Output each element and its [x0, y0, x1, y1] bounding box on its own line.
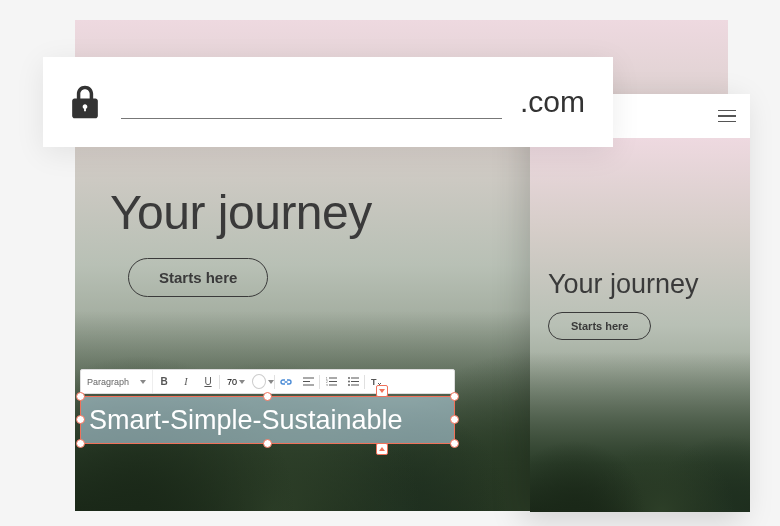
chevron-down-icon: [239, 380, 245, 384]
text-selection-box[interactable]: Smart-Simple-Sustainable: [80, 396, 455, 444]
underline-button[interactable]: U: [197, 370, 219, 393]
resize-handle-tl[interactable]: [76, 392, 85, 401]
address-bar-card: .com: [43, 57, 613, 147]
resize-handle-bm[interactable]: [263, 439, 272, 448]
resize-handle-mr[interactable]: [450, 415, 459, 424]
hero-title: Your journey: [110, 185, 372, 240]
chevron-down-icon: [140, 380, 146, 384]
resize-handle-bl[interactable]: [76, 439, 85, 448]
tld-text: .com: [520, 85, 585, 119]
svg-point-5: [348, 384, 350, 386]
lock-icon: [71, 85, 121, 119]
align-button[interactable]: [297, 370, 319, 393]
mobile-hero: Your journey Starts here: [548, 268, 699, 340]
hamburger-icon[interactable]: [718, 110, 736, 123]
ordered-list-icon: 123: [326, 377, 337, 386]
hero-cta-button[interactable]: Starts here: [128, 258, 268, 297]
format-select[interactable]: Paragraph: [81, 370, 153, 393]
svg-text:3: 3: [326, 384, 328, 387]
hero: Your journey Starts here: [110, 185, 372, 297]
mobile-hero-cta-button[interactable]: Starts here: [548, 312, 651, 340]
url-input[interactable]: [121, 85, 502, 119]
resize-handle-br[interactable]: [450, 439, 459, 448]
link-button[interactable]: [275, 370, 297, 393]
text-editor-toolbar: Paragraph B I U 70 123 T: [80, 369, 455, 394]
selected-text[interactable]: Smart-Simple-Sustainable: [89, 405, 403, 436]
align-left-icon: [303, 377, 314, 386]
padding-marker-bottom[interactable]: [376, 443, 388, 455]
mobile-preview: Your journey Starts here: [530, 94, 750, 512]
font-size-value: 70: [227, 377, 237, 387]
resize-handle-ml[interactable]: [76, 415, 85, 424]
padding-marker-top[interactable]: [376, 385, 388, 397]
format-select-label: Paragraph: [87, 377, 129, 387]
unordered-list-button[interactable]: [342, 370, 364, 393]
resize-handle-tm[interactable]: [263, 392, 272, 401]
svg-point-3: [348, 377, 350, 379]
link-icon: [280, 377, 292, 387]
resize-handle-tr[interactable]: [450, 392, 459, 401]
font-size-select[interactable]: 70: [220, 370, 252, 393]
svg-point-4: [348, 381, 350, 383]
bold-button[interactable]: B: [153, 370, 175, 393]
color-swatch-icon: [252, 374, 266, 389]
mobile-hero-title: Your journey: [548, 268, 699, 300]
mobile-hero-bg: Your journey Starts here: [530, 138, 750, 512]
ordered-list-button[interactable]: 123: [320, 370, 342, 393]
text-color-button[interactable]: [252, 370, 274, 393]
unordered-list-icon: [348, 377, 359, 386]
italic-button[interactable]: I: [175, 370, 197, 393]
